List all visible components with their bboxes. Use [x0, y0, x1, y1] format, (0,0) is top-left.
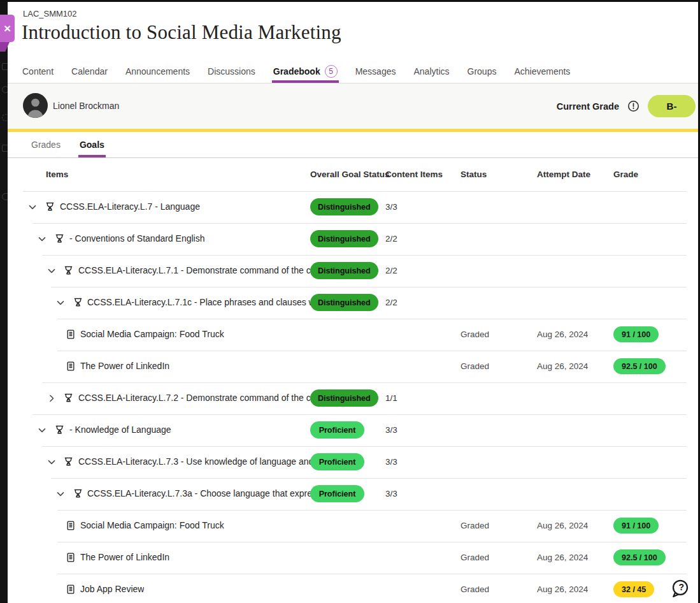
- item-label: The Power of LinkedIn: [80, 552, 169, 562]
- goal-row: CCSS.ELA-Literacy.L.7.1c - Place phrases…: [8, 287, 698, 319]
- content-items-count: 3/3: [385, 457, 397, 467]
- overall-goal-status-badge: Distinguished: [310, 230, 378, 247]
- nav-tab-announcements[interactable]: Announcements: [124, 59, 191, 83]
- goal-trophy-icon: [45, 201, 55, 212]
- item-status: Graded: [461, 585, 489, 594]
- overall-goal-status-badge: Proficient: [310, 421, 364, 439]
- content-items-count: 2/2: [385, 298, 397, 307]
- collapse-chevron-icon[interactable]: [46, 457, 57, 467]
- sidebar-icon: [2, 86, 8, 93]
- goal-label: - Knowledge of Language: [69, 425, 171, 435]
- attempt-date: Aug 26, 2024: [537, 330, 588, 339]
- nav-tab-label: Messages: [355, 66, 396, 76]
- overall-goal-status-badge: Distinguished: [310, 262, 378, 279]
- content-item-row: Social Media Campaign: Food TruckGradedA…: [8, 510, 698, 542]
- goal-trophy-icon: [73, 488, 83, 499]
- grade-pill: 91 / 100: [613, 326, 659, 342]
- item-status: Graded: [461, 330, 489, 339]
- student-bar: Lionel Brockman Current Grade B-: [8, 84, 698, 129]
- sidebar-icon: [2, 63, 8, 70]
- document-icon: [66, 552, 76, 563]
- nav-tab-label: Calendar: [71, 66, 108, 76]
- gradebook-count-badge: 5: [325, 65, 338, 78]
- content-items-count: 3/3: [385, 489, 397, 498]
- nav-tab-achievements[interactable]: Achievements: [513, 59, 571, 83]
- goal-trophy-icon: [73, 297, 83, 308]
- goal-trophy-icon: [54, 233, 65, 244]
- overall-goal-status-badge: Proficient: [310, 453, 364, 470]
- content-item-row: The Power of LinkedInGradedAug 26, 20249…: [8, 542, 698, 574]
- course-title: Introduction to Social Media Marketing: [22, 21, 341, 44]
- grade-pill: 92.5 / 100: [613, 358, 666, 374]
- col-status: Status: [461, 170, 487, 179]
- current-grade-area: Current Grade B-: [557, 84, 696, 129]
- item-label: Social Media Campaign: Food Truck: [80, 520, 224, 530]
- attempt-date: Aug 26, 2024: [537, 585, 588, 594]
- collapse-chevron-icon[interactable]: [55, 298, 66, 308]
- collapse-chevron-icon[interactable]: [46, 266, 57, 276]
- nav-tab-discussions[interactable]: Discussions: [206, 59, 257, 83]
- goal-row: CCSS.ELA-Literacy.L.7.1 - Demonstrate co…: [8, 255, 698, 287]
- expand-chevron-icon[interactable]: [46, 393, 57, 403]
- collapse-chevron-icon[interactable]: [37, 234, 47, 244]
- nav-tab-groups[interactable]: Groups: [466, 59, 498, 83]
- close-button-ribbon: [0, 42, 10, 52]
- close-panel-button[interactable]: ×: [0, 15, 15, 42]
- current-grade-pill: B-: [648, 95, 696, 117]
- goal-row: CCSS.ELA-Literacy.L.7 - LanguageDistingu…: [8, 191, 698, 223]
- nav-tab-gradebook[interactable]: Gradebook5: [272, 59, 339, 83]
- overall-goal-status-badge: Distinguished: [310, 198, 378, 215]
- col-attempt-date: Attempt Date: [537, 170, 590, 179]
- item-label: Social Media Campaign: Food Truck: [80, 329, 224, 339]
- collapse-chevron-icon[interactable]: [27, 202, 38, 212]
- nav-tab-label: Achievements: [514, 66, 570, 76]
- sidebar-icon: [2, 114, 8, 121]
- content-items-count: 3/3: [385, 425, 397, 435]
- nav-tab-calendar[interactable]: Calendar: [70, 59, 109, 83]
- goal-trophy-icon: [63, 456, 74, 467]
- course-id: LAC_SMM102: [23, 9, 77, 18]
- collapsed-sidebar: [0, 2, 8, 602]
- subtab-goals[interactable]: Goals: [78, 132, 106, 157]
- content-items-count: 2/2: [385, 266, 397, 275]
- content-item-row: The Power of LinkedInGradedAug 26, 20249…: [8, 351, 698, 382]
- document-icon: [66, 329, 76, 340]
- nav-tab-analytics[interactable]: Analytics: [412, 59, 450, 83]
- goal-row: CCSS.ELA-Literacy.L.7.3a - Choose langua…: [8, 478, 698, 510]
- item-label: Job App Review: [80, 584, 144, 594]
- sidebar-icon: [2, 193, 8, 200]
- help-button[interactable]: [669, 578, 690, 599]
- gradebook-goals-page: × LAC_SMM102 Introduction to Social Medi…: [0, 0, 700, 603]
- document-icon: [66, 584, 76, 595]
- goal-label: CCSS.ELA-Literacy.L.7.2 - Demonstrate co…: [78, 393, 318, 403]
- info-icon[interactable]: [627, 100, 639, 112]
- collapse-chevron-icon[interactable]: [37, 425, 47, 435]
- avatar: [23, 93, 48, 118]
- collapse-chevron-icon[interactable]: [55, 489, 66, 499]
- item-label: The Power of LinkedIn: [80, 361, 169, 371]
- content-items-count: 2/2: [385, 234, 397, 243]
- nav-tab-label: Content: [22, 66, 54, 76]
- goal-label: CCSS.ELA-Literacy.L.7.1c - Place phrases…: [87, 297, 324, 307]
- item-status: Graded: [461, 553, 489, 562]
- nav-tab-label: Announcements: [125, 66, 190, 76]
- goal-label: CCSS.ELA-Literacy.L.7 - Language: [60, 201, 200, 212]
- nav-tab-messages[interactable]: Messages: [354, 59, 397, 83]
- sidebar-icon: [2, 145, 8, 152]
- col-content-items: Content Items: [385, 170, 443, 179]
- subtab-grades[interactable]: Grades: [30, 132, 62, 157]
- goal-trophy-icon: [63, 265, 74, 276]
- attempt-date: Aug 26, 2024: [537, 553, 588, 562]
- col-items: Items: [46, 170, 68, 179]
- overall-goal-status-badge: Proficient: [310, 485, 364, 502]
- item-status: Graded: [461, 521, 489, 530]
- goal-label: CCSS.ELA-Literacy.L.7.3 - Use knowledge …: [78, 456, 321, 467]
- goal-trophy-icon: [54, 425, 65, 435]
- goal-label: CCSS.ELA-Literacy.L.7.3a - Choose langua…: [87, 488, 324, 498]
- content-items-count: 1/1: [385, 393, 397, 403]
- content-item-row: Job App ReviewGradedAug 26, 202432 / 45: [8, 574, 698, 603]
- content-items-count: 3/3: [385, 202, 397, 212]
- nav-tab-content[interactable]: Content: [21, 59, 55, 83]
- goal-trophy-icon: [63, 393, 74, 403]
- goal-label: CCSS.ELA-Literacy.L.7.1 - Demonstrate co…: [78, 265, 318, 275]
